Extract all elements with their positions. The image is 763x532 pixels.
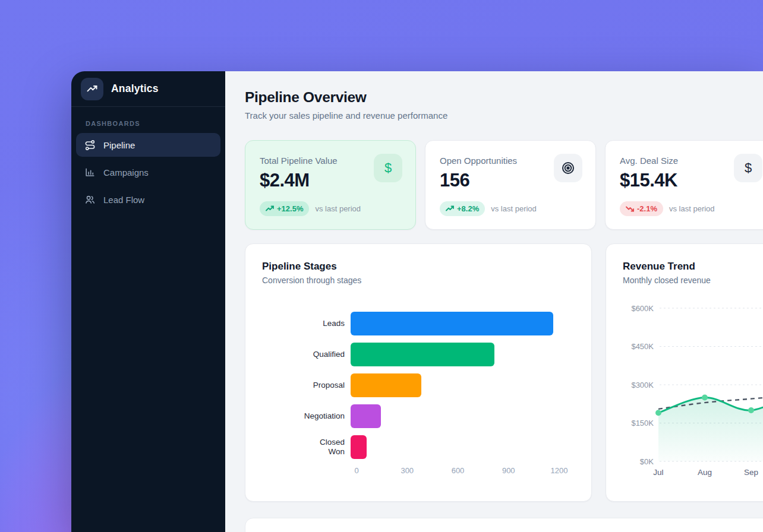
x-axis-tick: 900 bbox=[502, 466, 515, 475]
compare-label: vs last period bbox=[669, 204, 715, 213]
y-axis-tick-label: $150K bbox=[631, 419, 654, 428]
bar-row-negotiation: Negotiation bbox=[262, 404, 575, 428]
x-axis-tick-label: Sep bbox=[744, 468, 758, 477]
sidebar-item-pipeline[interactable]: Pipeline bbox=[76, 133, 220, 157]
bar-chart-x-axis: 03006009001200 bbox=[357, 466, 559, 477]
bar-row-leads: Leads bbox=[262, 312, 575, 335]
stage-bar[interactable] bbox=[351, 343, 494, 366]
x-axis-tick: 1200 bbox=[551, 466, 568, 475]
app-title: Analytics bbox=[111, 83, 159, 95]
kpi-footer: -2.1% vs last period bbox=[620, 201, 715, 216]
kpi-card-total-pipeline-value: Total Pipeline Value $2.4M +12.5% vs las… bbox=[245, 140, 416, 230]
sidebar: Analytics DASHBOARDS Pipeline Campaigns … bbox=[71, 71, 225, 532]
y-axis-tick-label: $450K bbox=[631, 342, 654, 351]
stage-bar[interactable] bbox=[351, 404, 381, 428]
bar-category-label: Qualified bbox=[262, 350, 351, 359]
x-axis-tick-label: Aug bbox=[698, 468, 712, 477]
main-content: Pipeline Overview Track your sales pipel… bbox=[225, 71, 763, 532]
bar-category-label: ClosedWon bbox=[262, 438, 351, 457]
app-window: Analytics DASHBOARDS Pipeline Campaigns … bbox=[71, 71, 763, 532]
bar-category-label: Leads bbox=[262, 319, 351, 328]
purple-backdrop: Analytics DASHBOARDS Pipeline Campaigns … bbox=[0, 0, 763, 532]
page-title: Pipeline Overview bbox=[245, 89, 367, 106]
x-axis-tick-label: Jul bbox=[653, 468, 663, 477]
revenue-area-fill bbox=[658, 390, 763, 461]
dollar-icon: $ bbox=[734, 154, 762, 182]
sidebar-section-label: DASHBOARDS bbox=[86, 120, 225, 127]
bar-row-closed-won: ClosedWon bbox=[262, 435, 575, 459]
trending-up-icon bbox=[446, 205, 454, 212]
sidebar-item-lead-flow[interactable]: Lead Flow bbox=[76, 188, 220, 211]
kpi-card-avg-deal-size: Avg. Deal Size $15.4K -2.1% vs last peri… bbox=[605, 140, 763, 230]
kpi-footer: +8.2% vs last period bbox=[440, 201, 537, 216]
delta-badge: +8.2% bbox=[440, 201, 485, 216]
pipeline-stages-title: Pipeline Stages bbox=[262, 261, 575, 273]
delta-value: +8.2% bbox=[457, 204, 479, 213]
y-axis-tick-label: $300K bbox=[631, 381, 654, 390]
route-icon bbox=[84, 140, 96, 151]
x-axis-tick: 600 bbox=[452, 466, 465, 475]
charts-row: Pipeline Stages Conversion through stage… bbox=[245, 243, 763, 502]
bar-category-label: Proposal bbox=[262, 381, 351, 390]
partially-visible-card bbox=[245, 518, 763, 532]
sidebar-item-label: Campaigns bbox=[103, 167, 149, 178]
sidebar-item-label: Lead Flow bbox=[103, 195, 144, 205]
bar-category-label: Negotiation bbox=[262, 411, 351, 421]
kpi-footer: +12.5% vs last period bbox=[260, 201, 361, 216]
target-icon bbox=[554, 154, 582, 182]
x-axis-tick: 0 bbox=[354, 466, 358, 475]
trending-up-icon bbox=[266, 205, 274, 212]
delta-value: +12.5% bbox=[277, 204, 303, 213]
pipeline-stages-card: Pipeline Stages Conversion through stage… bbox=[245, 243, 592, 502]
y-axis-tick-label: $600K bbox=[631, 304, 654, 313]
sidebar-nav: Pipeline Campaigns Lead Flow bbox=[71, 133, 225, 211]
revenue-trend-title: Revenue Trend bbox=[623, 261, 763, 273]
brand: Analytics bbox=[71, 71, 225, 107]
pipeline-stages-subtitle: Conversion through stages bbox=[262, 276, 575, 285]
stage-bar[interactable] bbox=[351, 435, 367, 459]
revenue-trend-line-chart: $600K$450K$300K$150K$0KJulAugSep bbox=[623, 301, 763, 479]
revenue-trend-subtitle: Monthly closed revenue bbox=[623, 276, 763, 285]
stage-bar[interactable] bbox=[351, 373, 421, 397]
y-axis-tick-label: $0K bbox=[640, 457, 654, 466]
compare-label: vs last period bbox=[315, 204, 361, 213]
dollar-icon: $ bbox=[374, 154, 402, 182]
sidebar-item-campaigns[interactable]: Campaigns bbox=[76, 160, 220, 184]
kpi-card-open-opportunities: Open Opportunities 156 +8.2% vs last per… bbox=[425, 140, 596, 230]
revenue-data-point[interactable] bbox=[748, 407, 754, 413]
trending-up-logo-icon bbox=[81, 78, 103, 100]
trending-down-icon bbox=[626, 205, 634, 212]
kpi-row: Total Pipeline Value $2.4M +12.5% vs las… bbox=[245, 140, 763, 230]
pipeline-stages-bar-chart: Leads Qualified Proposal Negotiation Clo… bbox=[262, 312, 575, 459]
revenue-trend-card: Revenue Trend Monthly closed revenue $60… bbox=[606, 243, 763, 502]
sidebar-item-label: Pipeline bbox=[103, 140, 135, 150]
x-axis-tick: 300 bbox=[401, 466, 414, 475]
page-subtitle: Track your sales pipeline and revenue pe… bbox=[245, 110, 447, 121]
users-icon bbox=[84, 194, 96, 205]
delta-badge: -2.1% bbox=[620, 201, 663, 216]
delta-value: -2.1% bbox=[637, 204, 657, 213]
bar-row-proposal: Proposal bbox=[262, 373, 575, 397]
bar-row-qualified: Qualified bbox=[262, 343, 575, 366]
delta-badge: +12.5% bbox=[260, 201, 309, 216]
stage-bar[interactable] bbox=[351, 312, 553, 335]
bar-chart-icon bbox=[84, 167, 96, 178]
revenue-data-point[interactable] bbox=[655, 410, 661, 416]
revenue-data-point[interactable] bbox=[702, 395, 708, 401]
compare-label: vs last period bbox=[491, 204, 537, 213]
